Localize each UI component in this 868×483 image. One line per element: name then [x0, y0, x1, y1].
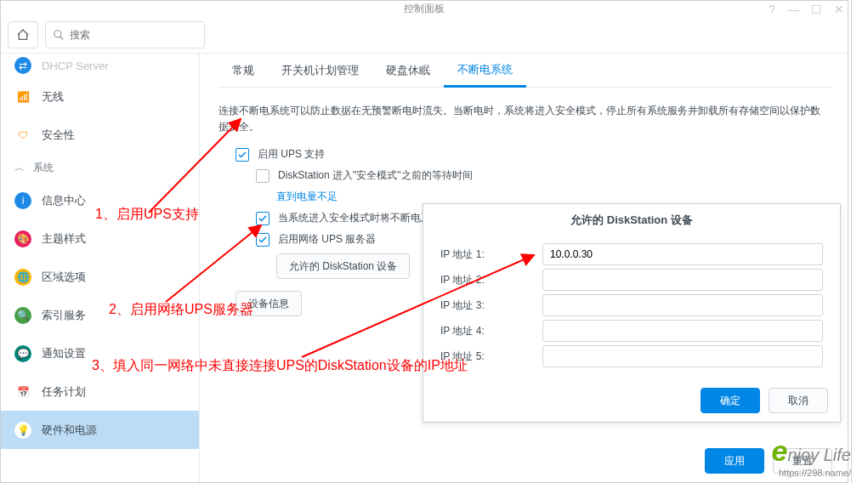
sidebar-item-hardware[interactable]: 💡硬件和电源: [1, 411, 199, 449]
chevron-up-icon: ︿: [14, 161, 25, 175]
sidebar-item-label: 主题样式: [42, 231, 86, 247]
allowed-diskstation-button[interactable]: 允许的 DiskStation 设备: [276, 253, 410, 279]
sidebar-item-index[interactable]: 🔍索引服务: [1, 296, 199, 334]
globe-icon: 🌐: [14, 269, 31, 286]
sidebar-item-label: 索引服务: [42, 308, 86, 323]
dialog-ok-button[interactable]: 确定: [701, 388, 760, 413]
sidebar-item-theme[interactable]: 🎨主题样式: [1, 219, 199, 258]
watermark: enjoy Life https://298.name/: [772, 435, 851, 478]
sidebar-item-label: 硬件和电源: [42, 423, 97, 438]
search-input[interactable]: [70, 29, 197, 41]
checkbox-network-ups-label: 启用网络 UPS 服务器: [278, 232, 376, 247]
home-button[interactable]: [8, 21, 38, 48]
dhcp-icon: ⇄: [14, 57, 31, 74]
tab-bar: 常规 开关机计划管理 硬盘休眠 不断电系统: [218, 54, 832, 88]
ups-description: 连接不断电系统可以防止数据在无预警断电时流失。当断电时，系统将进入安全模式，停止…: [218, 103, 829, 135]
tab-ups[interactable]: 不断电系统: [444, 54, 526, 88]
sidebar-item-notify[interactable]: 💬通知设置: [1, 334, 199, 372]
ip-input-5[interactable]: [542, 345, 823, 367]
ip-label-5: IP 地址 5:: [440, 349, 542, 364]
sidebar-item-security[interactable]: 🛡 安全性: [1, 116, 199, 154]
bulb-icon: 💡: [14, 422, 31, 439]
checkbox-enable-ups-label: 启用 UPS 支持: [258, 147, 325, 162]
close-icon[interactable]: ✕: [834, 3, 844, 16]
apply-button[interactable]: 应用: [705, 448, 764, 474]
sidebar-section-system[interactable]: ︿ 系统: [1, 154, 199, 181]
help-icon[interactable]: ?: [769, 3, 775, 16]
allowed-diskstation-dialog: 允许的 DiskStation 设备 IP 地址 1: IP 地址 2: IP …: [423, 203, 841, 423]
sidebar-item-label: 信息中心: [42, 193, 86, 208]
info-icon: i: [14, 192, 31, 209]
palette-icon: 🎨: [14, 230, 31, 247]
checkbox-shutdown-ups[interactable]: [256, 212, 269, 225]
checkbox-wait-time-label: DiskStation 进入"安全模式"之前的等待时间: [278, 168, 473, 183]
dialog-title: 允许的 DiskStation 设备: [423, 204, 840, 236]
minimize-icon[interactable]: —: [787, 3, 799, 16]
sidebar-item-region[interactable]: 🌐区域选项: [1, 258, 199, 296]
tab-general[interactable]: 常规: [218, 54, 268, 88]
wifi-icon: 📶: [14, 88, 31, 105]
right-gutter: [851, 0, 868, 483]
search-icon: [53, 29, 65, 41]
sidebar-item-tasks[interactable]: 📅任务计划: [1, 372, 199, 411]
maximize-icon[interactable]: ☐: [811, 3, 822, 16]
chat-icon: 💬: [14, 345, 31, 362]
shield-icon: 🛡: [14, 127, 31, 144]
device-info-button[interactable]: 设备信息: [235, 291, 302, 316]
sidebar-item-label: 区域选项: [42, 270, 86, 285]
link-until-low-battery[interactable]: 直到电量不足: [276, 190, 338, 204]
sidebar-item-label: DHCP Server: [42, 60, 109, 72]
ip-label-3: IP 地址 3:: [440, 298, 542, 313]
checkbox-network-ups[interactable]: [256, 233, 269, 247]
checkbox-wait-time[interactable]: [256, 169, 269, 183]
tab-hdd-hibernate[interactable]: 硬盘休眠: [372, 54, 444, 88]
sidebar-item-label: 无线: [42, 89, 64, 105]
ip-input-3[interactable]: [542, 294, 823, 316]
search-service-icon: 🔍: [14, 307, 31, 324]
dialog-cancel-button[interactable]: 取消: [769, 388, 828, 413]
ip-input-2[interactable]: [542, 269, 823, 291]
sidebar-item-label: 安全性: [42, 128, 75, 143]
checkbox-enable-ups[interactable]: [235, 148, 249, 162]
window-title: 控制面板: [404, 2, 445, 16]
sidebar-item-info[interactable]: i信息中心: [1, 181, 199, 219]
sidebar-item-wireless[interactable]: 📶 无线: [1, 77, 199, 116]
window-titlebar: 控制面板 ? — ☐ ✕: [1, 1, 848, 16]
ip-label-1: IP 地址 1:: [440, 247, 542, 262]
ip-label-4: IP 地址 4:: [440, 324, 542, 338]
search-field[interactable]: [45, 21, 205, 48]
ip-input-4[interactable]: [542, 320, 823, 342]
ip-label-2: IP 地址 2:: [440, 273, 542, 287]
svg-point-0: [54, 30, 61, 37]
home-icon: [16, 28, 30, 42]
tab-power-schedule[interactable]: 开关机计划管理: [268, 54, 372, 88]
ip-input-1[interactable]: [542, 243, 823, 265]
sidebar-item-dhcp[interactable]: ⇄ DHCP Server: [1, 54, 199, 77]
sidebar: ⇄ DHCP Server 📶 无线 🛡 安全性 ︿ 系统 i信息中心 🎨主题样…: [1, 54, 200, 482]
calendar-icon: 📅: [14, 384, 31, 401]
sidebar-item-label: 通知设置: [42, 346, 86, 361]
sidebar-item-label: 任务计划: [42, 384, 86, 400]
